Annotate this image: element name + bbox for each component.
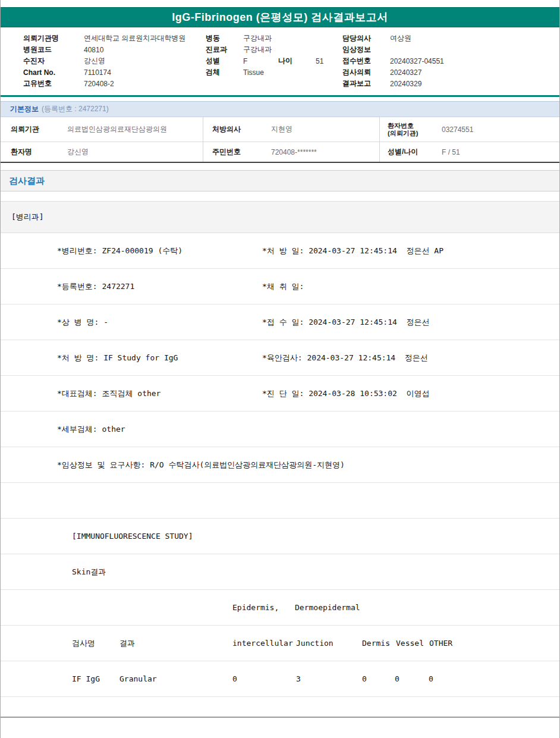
info-label: Chart No. (23, 68, 84, 77)
result-row: *세부검체: other (1, 412, 559, 447)
basic-info-title: 기본정보 (10, 104, 39, 114)
patient-info-row: 병원코드 40810 (23, 44, 185, 55)
result-text: *육안검사: 2024-03-27 12:45:14 정은선 (262, 340, 428, 375)
basic-info-row: 의뢰기관 의료법인삼광의료재단삼광의원 처방의사 지현영 환자번호 (의뢰기관)… (1, 117, 559, 142)
info-value: 51 (316, 57, 323, 65)
info-label: 나이 (278, 56, 316, 66)
patient-info-row: 수진자 강신영 (23, 55, 185, 67)
result-text: *대표검체: 조직검체 other (57, 376, 161, 411)
result-row: *상 병 명: - *접 수 일: 2024-03-27 12:45:14 정은… (1, 304, 559, 340)
patient-info-row: 담당의사 여상원 (342, 33, 444, 44)
table-cell-vessel: 0 (395, 661, 399, 696)
result-text: *채 취 일: (262, 269, 304, 304)
result-row: *처 방 명: IF Study for IgG *육안검사: 2024-03-… (1, 340, 559, 376)
info-value: 의료법인삼광의료재단삼광의원 (57, 117, 203, 142)
info-value: 지현영 (265, 117, 379, 142)
info-value: F (243, 57, 278, 65)
info-label: 고유번호 (23, 78, 84, 89)
department-row: [병리과] (1, 201, 559, 233)
patient-info-row: 결과보고 20240329 (342, 78, 444, 89)
table-cell-other: 0 (429, 661, 433, 696)
column-group-label: Epidermis, (232, 590, 279, 625)
info-value: 구강내과 (243, 33, 272, 43)
department-label: [병리과] (11, 212, 44, 221)
patient-info-column-middle: 병동 구강내과 진료과 구강내과 성별 F 나이 51 검체 Tissue (206, 33, 323, 78)
lab-report-page: IgG-Fibrinogen (은평성모) 검사결과보고서 의뢰기관명 연세대학… (0, 0, 560, 738)
info-value: 40810 (84, 46, 103, 54)
info-value: 강신영 (57, 142, 203, 162)
if-study-subtitle: Skin결과 (72, 554, 106, 589)
basic-info-reg-no: (등록번호 : 2472271) (42, 104, 109, 114)
if-table-column-header-row: 검사명 결과 intercellular Junction Dermis Ves… (1, 626, 559, 661)
basic-info-header-bar: 기본정보 (등록번호 : 2472271) (1, 101, 559, 117)
info-label: 검체 (206, 67, 243, 77)
result-text: *접 수 일: 2024-03-27 12:45:14 정은선 (262, 304, 430, 340)
if-table-data-row: IF IgG Granular 0 3 0 0 0 (1, 661, 559, 697)
info-value: 여상원 (390, 33, 411, 43)
patient-info-row: 진료과 구강내과 (206, 44, 323, 55)
result-text: *처 방 일: 2024-03-27 12:45:14 정은선 AP (262, 233, 443, 268)
patient-info-row: 접수번호 20240327-04551 (342, 55, 444, 67)
patient-info-row-sex-age: 성별 F 나이 51 (206, 55, 323, 67)
column-header: Junction (296, 626, 334, 661)
table-cell-junction: 3 (296, 661, 301, 696)
table-cell-intercellular: 0 (232, 661, 237, 696)
info-value: 03274551 (439, 117, 559, 142)
info-label: 환자번호 (의뢰기관) (379, 117, 439, 142)
table-cell-result: Granular (119, 661, 157, 696)
table-cell-test: IF IgG (72, 661, 100, 696)
result-text: *상 병 명: - (57, 304, 108, 340)
info-label: 접수번호 (342, 56, 390, 66)
info-label: 결과보고 (342, 78, 390, 89)
if-study-title: [IMMUNOFLUORESCENCE STUDY] (72, 519, 193, 554)
info-label: 주민번호 (203, 142, 265, 162)
info-label: 임상정보 (342, 45, 390, 55)
page-bottom-border (1, 717, 559, 718)
info-value: 720408-******* (265, 142, 379, 162)
info-label: 병원코드 (23, 45, 84, 55)
info-value: 구강내과 (243, 45, 272, 55)
info-value: 20240329 (390, 80, 421, 88)
info-label: 의뢰기관 (1, 117, 57, 142)
info-label: 병동 (206, 33, 243, 43)
result-row: *병리번호: ZF24-000019 (수탁) *처 방 일: 2024-03-… (1, 233, 559, 269)
column-group-label: Dermoepidermal (295, 590, 360, 625)
column-header: 결과 (119, 626, 135, 661)
result-text: *세부검체: other (57, 412, 125, 447)
column-header: intercellular (232, 626, 293, 661)
patient-info-row: 검체 Tissue (206, 67, 323, 78)
info-value: 20240327 (390, 68, 421, 77)
patient-info-row: 병동 구강내과 (206, 33, 323, 44)
result-text: *임상정보 및 요구사항: R/O 수탁검사(의료법인삼광의료재단삼광의원-지현… (57, 447, 345, 482)
patient-info-row: 고유번호 720408-2 (23, 78, 185, 89)
result-text: *처 방 명: IF Study for IgG (57, 340, 178, 375)
report-title-banner: IgG-Fibrinogen (은평성모) 검사결과보고서 (1, 7, 559, 27)
report-title: IgG-Fibrinogen (은평성모) 검사결과보고서 (172, 10, 388, 24)
info-label: 성별/나이 (379, 142, 439, 162)
info-label: 의뢰기관명 (23, 33, 84, 43)
result-row: *임상정보 및 요구사항: R/O 수탁검사(의료법인삼광의료재단삼광의원-지현… (1, 447, 559, 483)
result-text: *진 단 일: 2024-03-28 10:53:02 이영섭 (262, 376, 430, 411)
info-label: 진료과 (206, 45, 243, 55)
results-title: 검사결과 (9, 175, 45, 187)
result-text: *등록번호: 2472271 (57, 269, 134, 304)
section-divider (1, 95, 559, 97)
if-table-group-header-row: Epidermis, Dermoepidermal (1, 590, 559, 626)
patient-info-row: 임상정보 (342, 44, 444, 55)
patient-info-column-left: 의뢰기관명 연세대학교 의료원치과대학병원 병원코드 40810 수진자 강신영… (23, 33, 185, 89)
column-header: Vessel (396, 626, 424, 661)
patient-info-row: 의뢰기관명 연세대학교 의료원치과대학병원 (23, 33, 185, 44)
results-section-header: 검사결과 (1, 170, 559, 191)
info-label: 환자명 (1, 142, 57, 162)
info-label: 수진자 (23, 56, 84, 66)
column-header: OTHER (429, 626, 452, 661)
result-text: *병리번호: ZF24-000019 (수탁) (57, 233, 183, 268)
column-header: 검사명 (72, 626, 95, 661)
table-cell-dermis: 0 (362, 661, 367, 696)
info-label: 성별 (206, 56, 243, 66)
info-value: F / 51 (439, 142, 559, 162)
if-study-title-row: [IMMUNOFLUORESCENCE STUDY] (1, 519, 559, 554)
info-value: 20240327-04551 (390, 57, 444, 65)
basic-info-row: 환자명 강신영 주민번호 720408-******* 성별/나이 F / 51 (1, 142, 559, 162)
basic-info-table: 의뢰기관 의료법인삼광의료재단삼광의원 처방의사 지현영 환자번호 (의뢰기관)… (1, 117, 559, 163)
